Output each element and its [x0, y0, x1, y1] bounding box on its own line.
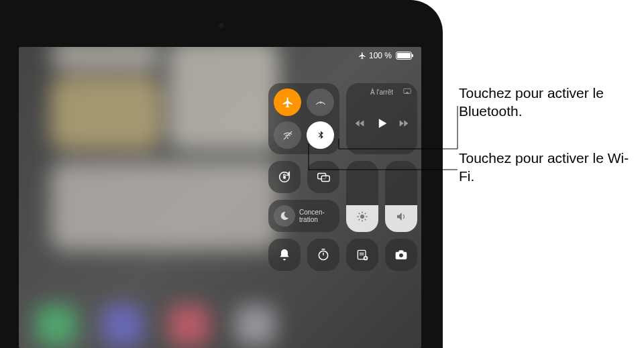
bluetooth-icon [315, 130, 326, 141]
airplane-status-icon [358, 52, 366, 60]
callout-wifi: Touchez pour activer le Wi-Fi. [459, 149, 644, 186]
wifi-off-icon [282, 129, 294, 141]
airplay-icon[interactable] [402, 87, 412, 99]
timer-icon [317, 248, 330, 262]
focus-toggle[interactable]: Concen- tration [268, 200, 339, 232]
callout-bluetooth: Touchez pour activer le Bluetooth. [459, 84, 644, 121]
control-center: À l'arrêt [268, 83, 412, 271]
front-camera [217, 21, 225, 30]
camera-icon [394, 248, 408, 262]
notes-button[interactable] [346, 239, 378, 271]
rotation-lock-icon [277, 170, 292, 184]
battery-percent-label: 100 % [369, 51, 392, 60]
svg-rect-5 [283, 176, 286, 179]
dnd-icon [274, 205, 295, 227]
svg-point-8 [360, 215, 364, 219]
previous-track-icon[interactable] [355, 118, 366, 129]
airdrop-icon [315, 97, 327, 109]
device-bezel: 100 % [0, 0, 443, 348]
wifi-toggle[interactable] [274, 121, 301, 149]
silent-mode-button[interactable] [268, 239, 301, 271]
battery-icon [396, 52, 412, 60]
media-controls-tile[interactable]: À l'arrêt [346, 83, 417, 154]
rotation-lock-toggle[interactable] [268, 161, 301, 193]
bell-icon [278, 248, 291, 262]
screen-mirroring-toggle[interactable] [307, 161, 339, 193]
svg-point-1 [286, 137, 288, 138]
screen: 100 % [19, 47, 421, 348]
svg-line-16 [365, 213, 366, 215]
connectivity-group [268, 83, 339, 154]
svg-line-13 [359, 213, 360, 215]
volume-slider[interactable] [385, 161, 417, 232]
airplane-icon [282, 97, 294, 109]
status-bar: 100 % [358, 51, 412, 60]
notes-add-icon [356, 248, 369, 262]
play-icon[interactable] [375, 117, 388, 130]
brightness-slider[interactable] [346, 161, 378, 232]
svg-rect-7 [321, 176, 329, 181]
brightness-icon [356, 211, 368, 225]
svg-line-14 [365, 219, 366, 221]
media-transport-controls [352, 96, 412, 150]
svg-point-26 [399, 253, 403, 257]
focus-label: Concen- tration [299, 209, 325, 223]
airdrop-toggle[interactable] [307, 89, 334, 116]
timer-button[interactable] [307, 239, 339, 271]
svg-line-15 [359, 219, 360, 221]
bluetooth-toggle[interactable] [307, 121, 334, 149]
volume-icon [395, 211, 407, 225]
camera-button[interactable] [385, 239, 417, 271]
next-track-icon[interactable] [398, 118, 409, 129]
callouts: Touchez pour activer le Bluetooth. Touch… [443, 0, 644, 348]
airplane-mode-toggle[interactable] [274, 89, 301, 116]
screen-mirroring-icon [316, 170, 331, 184]
